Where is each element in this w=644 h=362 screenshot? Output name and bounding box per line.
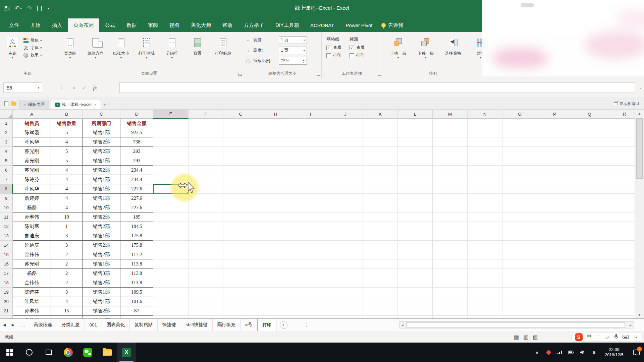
cell-C18[interactable]: 销售2部 xyxy=(83,278,120,288)
column-header-C[interactable]: C xyxy=(83,110,120,119)
column-header-R[interactable]: R xyxy=(607,110,635,119)
tray-app-icon[interactable] xyxy=(543,343,554,362)
theme-effects-button[interactable]: 效果▾ xyxy=(23,52,42,58)
cell-B3[interactable]: 4 xyxy=(51,137,83,147)
ime-mic-icon[interactable] xyxy=(613,334,619,340)
cell-B6[interactable]: 4 xyxy=(51,166,83,175)
cell-C9[interactable]: 销售1部 xyxy=(83,194,120,203)
cell-A22[interactable]: 鲁迪庆 xyxy=(13,316,51,318)
dialog-launcher-icon[interactable] xyxy=(378,73,381,76)
cell-C4[interactable]: 销售2部 xyxy=(83,147,120,156)
sheet-nav-left-icon[interactable]: ◀ xyxy=(0,319,9,331)
action-center-button[interactable]: 2 xyxy=(629,343,644,362)
ribbon-tab-diy-toolbox[interactable]: DIY工具箱 xyxy=(270,18,305,32)
sheet-tab-2[interactable]: 分类汇总 xyxy=(57,319,85,331)
add-workbook-tab-button[interactable]: + xyxy=(101,100,108,109)
taskbar-clock[interactable]: 22:39 2018/12/5 xyxy=(600,347,629,358)
sheet-tab-6[interactable]: 快捷键 xyxy=(158,319,181,331)
column-header-Q[interactable]: Q xyxy=(572,110,607,119)
chrome-taskbar-button[interactable] xyxy=(58,343,78,362)
cell-B22[interactable]: 3 xyxy=(51,316,83,318)
cell-C13[interactable]: 销售1部 xyxy=(83,231,120,241)
ribbon-tab-formulas[interactable]: 公式 xyxy=(99,18,121,32)
scale-input[interactable]: 75%▲▼ xyxy=(279,57,307,65)
column-header-K[interactable]: K xyxy=(363,110,398,119)
dialog-launcher-icon[interactable] xyxy=(238,73,241,76)
row-header-17[interactable]: 17 xyxy=(0,269,13,278)
new-workbook-button[interactable] xyxy=(3,99,10,108)
ribbon-tab-acrobat[interactable]: ACROBAT xyxy=(305,18,340,32)
send-backward-button[interactable]: 下移一层▾ xyxy=(412,34,439,69)
sheet-tab-8[interactable]: 隔行填充 xyxy=(213,319,240,331)
insert-function-icon[interactable]: fx xyxy=(93,85,97,91)
cell-D13[interactable]: 175.8 xyxy=(120,231,153,241)
cell-C11[interactable]: 销售2部 xyxy=(83,213,120,222)
print-titles-button[interactable]: 打印标题 xyxy=(210,34,236,69)
sheet-grid[interactable]: ABCDEFGHIJKLMNOPQR1234567891011121314151… xyxy=(0,110,635,318)
row-header-18[interactable]: 18 xyxy=(0,278,13,288)
cell-C12[interactable]: 销售2部 xyxy=(83,222,120,231)
column-header-D[interactable]: D xyxy=(120,110,153,119)
cell-B1[interactable]: 销售数量 xyxy=(51,119,83,128)
row-header-21[interactable]: 21 xyxy=(0,306,13,316)
row-header-11[interactable]: 11 xyxy=(0,213,13,222)
formula-input[interactable] xyxy=(119,82,635,93)
cell-A14[interactable]: 鲁迪庆 xyxy=(13,241,51,250)
cell-D11[interactable]: 185 xyxy=(120,213,153,222)
column-header-M[interactable]: M xyxy=(433,110,468,119)
print-area-button[interactable]: 打印区域▾ xyxy=(134,34,159,69)
background-button[interactable]: 背景 xyxy=(185,34,210,69)
ribbon-tab-beautify-master[interactable]: 美化大师 xyxy=(185,18,217,32)
cell-D5[interactable]: 293 xyxy=(120,156,153,166)
column-header-P[interactable]: P xyxy=(537,110,572,119)
ime-keyboard-icon[interactable] xyxy=(623,335,629,339)
ribbon-tab-fang-fang-ge-zi[interactable]: 方方格子 xyxy=(238,18,270,32)
ribbon-tab-file[interactable]: 文件 xyxy=(3,18,25,32)
ribbon-tab-help[interactable]: 帮助 xyxy=(217,18,238,32)
height-select[interactable]: 1 页▾ xyxy=(279,47,307,54)
theme-colors-button[interactable]: 颜色▾ xyxy=(23,38,42,43)
cell-A17[interactable]: 杨磊 xyxy=(13,269,51,278)
row-header-3[interactable]: 3 xyxy=(0,137,13,147)
sheet-tab-1[interactable]: 高级筛选 xyxy=(29,319,57,331)
ribbon-tab-review[interactable]: 审阅 xyxy=(142,18,164,32)
workbook-tab-current[interactable]: X 线上课程--Excel × xyxy=(51,100,101,109)
page-break-view-icon[interactable]: ▨ xyxy=(533,334,538,340)
cell-A2[interactable]: 陈斌霞 xyxy=(13,128,51,137)
cell-C21[interactable]: 销售2部 xyxy=(83,306,120,316)
cell-B18[interactable]: 2 xyxy=(51,278,83,288)
cell-A15[interactable]: 金伟伟 xyxy=(13,250,51,259)
cell-D12[interactable]: 184.5 xyxy=(120,222,153,231)
vertical-scroll-thumb[interactable] xyxy=(636,118,643,179)
row-header-5[interactable]: 5 xyxy=(0,156,13,166)
spinner-icon[interactable]: ▲▼ xyxy=(303,59,305,63)
ribbon-tab-data[interactable]: 数据 xyxy=(121,18,142,32)
cell-C17[interactable]: 销售3部 xyxy=(83,269,120,278)
ribbon-tab-home[interactable]: 开始 xyxy=(25,18,46,32)
cell-D21[interactable]: 87 xyxy=(120,306,153,316)
cell-B12[interactable]: 1 xyxy=(51,222,83,231)
gridlines-print-checkbox[interactable]: 打印 xyxy=(326,53,341,58)
show-multi-window-button[interactable]: 显示多窗口 xyxy=(614,101,641,107)
cell-B4[interactable]: 5 xyxy=(51,147,83,156)
column-header-J[interactable]: J xyxy=(328,110,363,119)
sheet-tab-overflow[interactable]: … xyxy=(17,319,29,331)
column-header-F[interactable]: F xyxy=(189,110,223,119)
tell-me-box[interactable]: 告诉我 xyxy=(378,18,407,32)
row-header-15[interactable]: 15 xyxy=(0,250,13,259)
scroll-up-icon[interactable]: ▲ xyxy=(635,110,644,117)
battery-icon[interactable] xyxy=(566,343,577,362)
cell-A8[interactable]: 叶风华 xyxy=(13,184,51,194)
ribbon-tab-view[interactable]: 视图 xyxy=(164,18,185,32)
scroll-down-icon[interactable]: ▼ xyxy=(635,311,644,318)
sheet-tab-3[interactable]: 001 xyxy=(85,319,102,331)
cell-D22[interactable]: 73.2 xyxy=(120,316,153,318)
cell-A6[interactable]: 苏光刚 xyxy=(13,166,51,175)
cell-D1[interactable]: 销售金额 xyxy=(120,119,153,128)
cell-C16[interactable]: 销售1部 xyxy=(83,259,120,269)
column-header-H[interactable]: H xyxy=(258,110,293,119)
cell-C1[interactable]: 所属部门 xyxy=(83,119,120,128)
headings-view-checkbox[interactable]: ✓查看 xyxy=(350,45,365,51)
close-tab-icon[interactable]: × xyxy=(94,102,97,107)
enter-formula-icon[interactable]: ✓ xyxy=(82,85,87,91)
